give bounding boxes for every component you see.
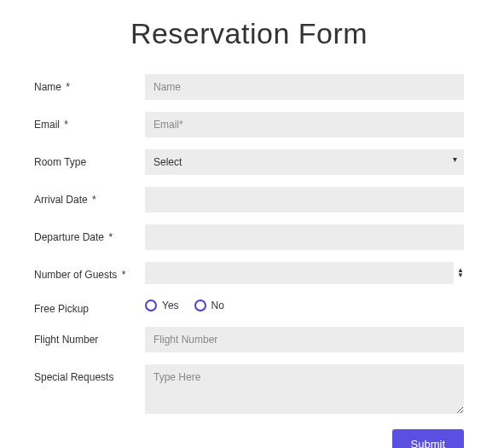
departure-date-label-text: Departure Date	[34, 231, 104, 243]
guests-input[interactable]	[145, 262, 454, 284]
pickup-no-label: No	[211, 300, 224, 311]
guests-label-text: Number of Guests	[34, 269, 117, 281]
required-mark: *	[66, 81, 70, 93]
name-input[interactable]	[145, 74, 464, 100]
flight-number-input[interactable]	[145, 327, 464, 352]
special-requests-textarea[interactable]	[145, 364, 464, 414]
departure-date-label: Departure Date *	[34, 224, 145, 243]
name-label: Name *	[34, 74, 145, 93]
guests-stepper: ▲ ▼	[457, 268, 464, 278]
radio-circle-icon	[145, 300, 157, 311]
pickup-yes-label: Yes	[162, 300, 179, 311]
free-pickup-label: Free Pickup	[34, 296, 145, 315]
guests-stepper-down[interactable]: ▼	[457, 273, 464, 278]
page-title: Reservation Form	[34, 17, 464, 50]
required-mark: *	[64, 119, 68, 131]
required-mark: *	[122, 269, 126, 281]
radio-circle-icon	[194, 300, 206, 311]
special-requests-label: Special Requests	[34, 364, 145, 383]
required-mark: *	[92, 194, 96, 206]
submit-button[interactable]: Submit	[392, 429, 464, 448]
email-label: Email *	[34, 112, 145, 131]
arrival-date-label: Arrival Date *	[34, 187, 145, 206]
pickup-no-radio[interactable]: No	[194, 300, 224, 311]
email-input[interactable]	[145, 112, 464, 137]
required-mark: *	[108, 231, 113, 243]
arrival-date-input[interactable]	[145, 187, 464, 212]
pickup-yes-radio[interactable]: Yes	[145, 300, 179, 311]
room-type-label: Room Type	[34, 149, 145, 168]
email-label-text: Email	[34, 119, 60, 131]
reservation-form: Name * Email * Room Type Select	[34, 74, 464, 448]
departure-date-input[interactable]	[145, 224, 464, 250]
room-type-select[interactable]: Select	[145, 149, 464, 175]
arrival-date-label-text: Arrival Date	[34, 194, 88, 206]
flight-number-label: Flight Number	[34, 327, 145, 346]
guests-label: Number of Guests *	[34, 262, 145, 281]
name-label-text: Name	[34, 81, 61, 93]
